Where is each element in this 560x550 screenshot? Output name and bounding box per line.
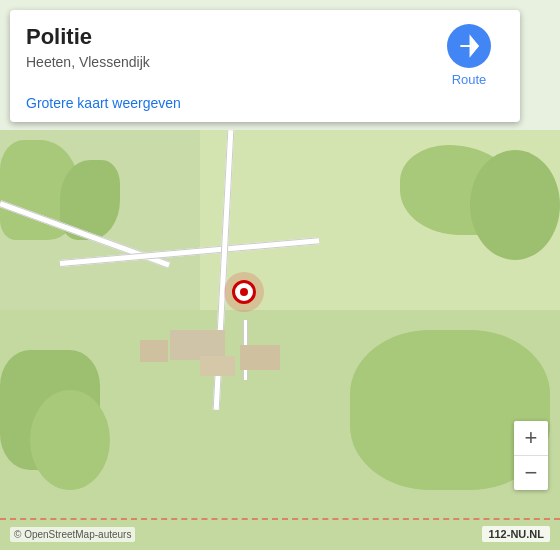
navigation-icon <box>456 33 482 59</box>
route-icon-bg <box>447 24 491 68</box>
attribution-bar: © OpenStreetMap-auteurs 112-NU.NL <box>0 526 560 542</box>
brand-text: 112-NU.NL <box>482 526 550 542</box>
route-label: Route <box>452 72 487 87</box>
zoom-controls: + − <box>514 421 548 490</box>
info-card: Politie Heeten, Vlessendijk Route Groter… <box>10 10 520 122</box>
map-container: Politie Heeten, Vlessendijk Route Groter… <box>0 0 560 550</box>
location-marker <box>224 272 264 312</box>
larger-map-link[interactable]: Grotere kaart weergeven <box>26 95 181 111</box>
place-title: Politie <box>26 24 150 50</box>
attribution-text: © OpenStreetMap-auteurs <box>10 527 135 542</box>
place-subtitle: Heeten, Vlessendijk <box>26 54 150 70</box>
route-button[interactable]: Route <box>434 24 504 87</box>
place-info: Politie Heeten, Vlessendijk <box>26 24 150 70</box>
zoom-in-button[interactable]: + <box>514 421 548 455</box>
zoom-out-button[interactable]: − <box>514 456 548 490</box>
